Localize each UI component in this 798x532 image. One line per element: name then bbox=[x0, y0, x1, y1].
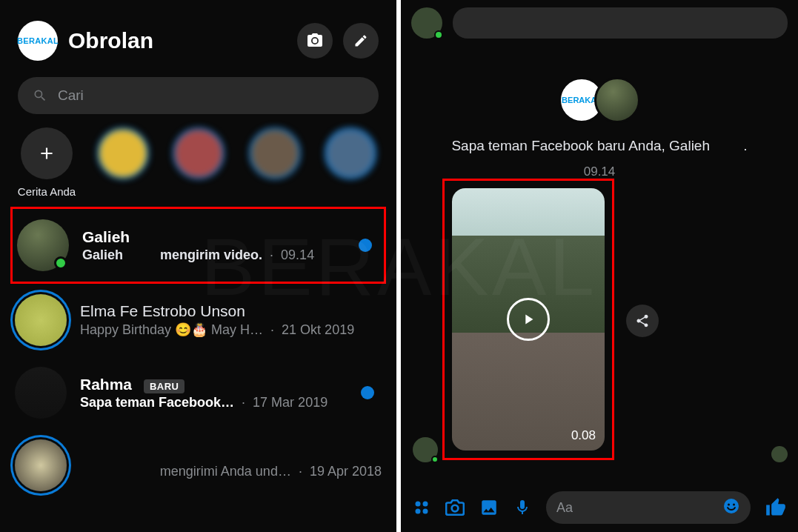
stories-row: Cerita Anda bbox=[0, 127, 396, 198]
chat-item-elma[interactable]: Elma Fe Estrobo Unson Happy Birthday 😊🎂 … bbox=[0, 284, 396, 356]
intro-text: Sapa teman Facebook baru Anda, Galieh bbox=[451, 138, 710, 153]
chat-item-galieh[interactable]: Galieh Galieh mengirim video. · 09.14 bbox=[10, 207, 386, 284]
profile-avatar[interactable]: BERAKAL bbox=[18, 21, 58, 61]
chat-item-4[interactable]: mengirimi Anda und… · 19 Apr 2018 bbox=[0, 429, 396, 502]
svg-point-2 bbox=[416, 509, 421, 514]
intro-avatars: BERAKAL bbox=[559, 77, 640, 124]
chats-panel: BERAKAL Obrolan Cari Cerita Anda bbox=[0, 0, 396, 532]
video-duration: 0.08 bbox=[571, 428, 596, 443]
input-placeholder: Aa bbox=[556, 500, 573, 516]
play-button[interactable] bbox=[507, 298, 550, 341]
chat-name: Rahma BARU bbox=[80, 376, 348, 393]
online-indicator bbox=[54, 256, 67, 270]
camera-icon bbox=[445, 498, 465, 517]
compose-button[interactable] bbox=[343, 23, 379, 59]
chat-item-rahma[interactable]: Rahma BARU Sapa teman Facebook… · 17 Mar… bbox=[0, 356, 396, 429]
sender-avatar-bottom bbox=[413, 437, 438, 462]
add-story[interactable]: Cerita Anda bbox=[18, 127, 76, 198]
unread-indicator bbox=[361, 386, 374, 399]
svg-point-5 bbox=[724, 499, 739, 513]
share-button[interactable] bbox=[626, 305, 659, 337]
svg-point-0 bbox=[416, 502, 421, 507]
thumb-up-icon bbox=[765, 497, 786, 518]
camera-icon bbox=[306, 32, 324, 50]
apps-button[interactable] bbox=[413, 499, 430, 516]
image-icon bbox=[479, 498, 499, 517]
emoji-button[interactable] bbox=[722, 497, 740, 518]
svg-point-3 bbox=[423, 509, 428, 514]
sender-avatar[interactable] bbox=[411, 7, 442, 39]
conversation-panel: BERAKAL Sapa teman Facebook baru Anda, G… bbox=[401, 0, 798, 532]
svg-point-1 bbox=[423, 502, 428, 507]
online-indicator bbox=[434, 30, 443, 39]
mic-button[interactable] bbox=[513, 499, 531, 516]
composer: Aa bbox=[401, 483, 798, 532]
svg-point-4 bbox=[452, 505, 459, 512]
like-button[interactable] bbox=[765, 497, 786, 518]
chats-header: BERAKAL Obrolan bbox=[0, 0, 396, 70]
search-placeholder: Cari bbox=[58, 87, 84, 104]
svg-point-6 bbox=[728, 504, 730, 506]
pencil-icon bbox=[353, 33, 368, 48]
emoji-icon bbox=[722, 497, 740, 515]
chat-name: Elma Fe Estrobo Unson bbox=[80, 302, 382, 320]
apps-icon bbox=[413, 499, 430, 516]
svg-point-7 bbox=[733, 504, 735, 506]
chat-name: Galieh bbox=[82, 228, 345, 246]
intro-section: BERAKAL Sapa teman Facebook baru Anda, G… bbox=[401, 77, 798, 179]
message-input[interactable]: Aa bbox=[546, 491, 751, 524]
your-story-label: Cerita Anda bbox=[18, 185, 76, 198]
intro-timestamp: 09.14 bbox=[401, 164, 798, 179]
message-bubble[interactable] bbox=[453, 7, 788, 39]
gallery-button[interactable] bbox=[479, 498, 499, 517]
unread-indicator bbox=[359, 239, 372, 252]
story-item[interactable] bbox=[95, 127, 151, 197]
search-input[interactable]: Cari bbox=[18, 77, 379, 114]
friend-avatar bbox=[594, 77, 640, 123]
plus-icon bbox=[37, 144, 56, 163]
story-item[interactable] bbox=[170, 127, 227, 197]
video-thumbnail[interactable]: 0.08 bbox=[452, 188, 605, 450]
new-badge: BARU bbox=[144, 379, 185, 393]
page-title: Obrolan bbox=[68, 28, 287, 53]
story-item[interactable] bbox=[247, 127, 303, 197]
mic-icon bbox=[513, 499, 531, 516]
story-item[interactable] bbox=[322, 127, 379, 197]
camera-button[interactable] bbox=[297, 23, 333, 59]
share-icon bbox=[635, 313, 650, 328]
message-row bbox=[401, 0, 798, 46]
camera-button[interactable] bbox=[445, 498, 465, 517]
seen-indicator bbox=[771, 446, 788, 462]
chat-list: Galieh Galieh mengirim video. · 09.14 El… bbox=[0, 207, 396, 502]
play-icon bbox=[520, 311, 536, 327]
search-icon bbox=[33, 88, 47, 103]
video-message-highlighted: 0.08 bbox=[442, 179, 614, 460]
